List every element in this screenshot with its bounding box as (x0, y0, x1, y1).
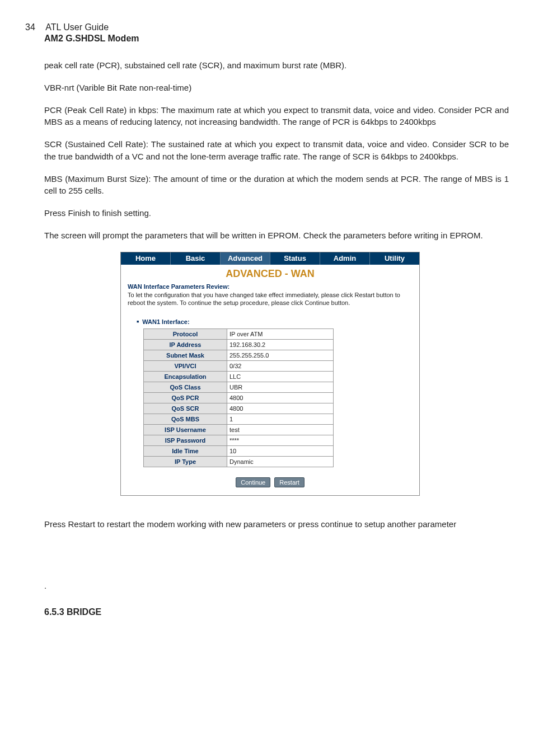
review-description: To let the configuration that you have c… (128, 291, 413, 308)
param-label-encapsulation: Encapsulation (144, 372, 227, 382)
page-header: 34 ATL User Guide AM2 G.SHDSL Modem (25, 22, 509, 44)
param-label-idle-time: Idle Time (144, 446, 227, 457)
tab-advanced[interactable]: Advanced (221, 252, 270, 265)
table-row: QoS SCR 4800 (144, 403, 334, 414)
param-label-ip-address: IP Address (144, 340, 227, 350)
section-heading-bridge: 6.5.3 BRIDGE (44, 607, 509, 617)
tab-home[interactable]: Home (121, 252, 171, 265)
tab-basic[interactable]: Basic (171, 252, 221, 265)
table-row: ISP Password **** (144, 435, 334, 446)
param-value-qos-class: UBR (227, 382, 334, 393)
paragraph: Press Restart to restart the modem worki… (44, 518, 509, 530)
param-label-qos-mbs: QoS MBS (144, 414, 227, 425)
product-title: AM2 G.SHDSL Modem (44, 34, 509, 44)
param-value-qos-mbs: 1 (227, 414, 334, 425)
interface-label: WAN1 Interface: (137, 318, 419, 325)
paragraph: peak cell rate (PCR), substained cell ra… (44, 59, 509, 72)
param-value-qos-pcr: 4800 (227, 393, 334, 403)
param-value-encapsulation: LLC (227, 372, 334, 382)
param-value-isp-username: test (227, 425, 334, 435)
review-block: WAN Interface Parameters Review: To let … (121, 281, 419, 311)
table-row: QoS PCR 4800 (144, 393, 334, 403)
param-label-vpi-vci: VPI/VCI (144, 361, 227, 372)
param-label-isp-password: ISP Password (144, 435, 227, 446)
table-row: Protocol IP over ATM (144, 329, 334, 340)
paragraph: VBR-nrt (Varible Bit Rate non-real-time) (44, 82, 509, 94)
param-label-protocol: Protocol (144, 329, 227, 340)
table-row: IP Type Dynamic (144, 457, 334, 467)
param-label-qos-class: QoS Class (144, 382, 227, 393)
param-value-ip-address: 192.168.30.2 (227, 340, 334, 350)
table-row: ISP Username test (144, 425, 334, 435)
screen-title: ADVANCED - WAN (121, 265, 419, 281)
restart-button[interactable]: Restart (274, 477, 304, 487)
table-row: Encapsulation LLC (144, 372, 334, 382)
param-label-qos-scr: QoS SCR (144, 403, 227, 414)
tab-status[interactable]: Status (270, 252, 320, 265)
param-value-idle-time: 10 (227, 446, 334, 457)
param-value-isp-password: **** (227, 435, 334, 446)
table-row: Idle Time 10 (144, 446, 334, 457)
table-row: VPI/VCI 0/32 (144, 361, 334, 372)
param-value-protocol: IP over ATM (227, 329, 334, 340)
table-row: Subnet Mask 255.255.255.0 (144, 350, 334, 361)
param-label-ip-type: IP Type (144, 457, 227, 467)
table-row: QoS Class UBR (144, 382, 334, 393)
guide-title: ATL User Guide (45, 22, 109, 32)
page-number: 34 (25, 22, 43, 32)
param-value-subnet-mask: 255.255.255.0 (227, 350, 334, 361)
param-value-vpi-vci: 0/32 (227, 361, 334, 372)
paragraph: Press Finish to finish setting. (44, 207, 509, 219)
param-label-isp-username: ISP Username (144, 425, 227, 435)
param-label-subnet-mask: Subnet Mask (144, 350, 227, 361)
period-mark: . (44, 581, 509, 590)
tab-admin[interactable]: Admin (320, 252, 370, 265)
modem-ui-screenshot: Home Basic Advanced Status Admin Utility… (120, 252, 420, 496)
tab-utility[interactable]: Utility (370, 252, 419, 265)
continue-button[interactable]: Continue (236, 477, 270, 487)
review-heading: WAN Interface Parameters Review: (128, 283, 413, 290)
parameters-table: Protocol IP over ATM IP Address 192.168.… (143, 328, 334, 467)
nav-tabs: Home Basic Advanced Status Admin Utility (121, 252, 419, 265)
param-value-ip-type: Dynamic (227, 457, 334, 467)
param-label-qos-pcr: QoS PCR (144, 393, 227, 403)
table-row: QoS MBS 1 (144, 414, 334, 425)
param-value-qos-scr: 4800 (227, 403, 334, 414)
paragraph: MBS (Maximum Burst Size): The amount of … (44, 173, 509, 198)
table-row: IP Address 192.168.30.2 (144, 340, 334, 350)
paragraph: The screen will prompt the parameters th… (44, 229, 509, 242)
button-row: Continue Restart (121, 467, 419, 495)
paragraph: PCR (Peak Cell Rate) in kbps: The maximu… (44, 104, 509, 129)
paragraph: SCR (Sustained Cell Rate): The sustained… (44, 138, 509, 163)
